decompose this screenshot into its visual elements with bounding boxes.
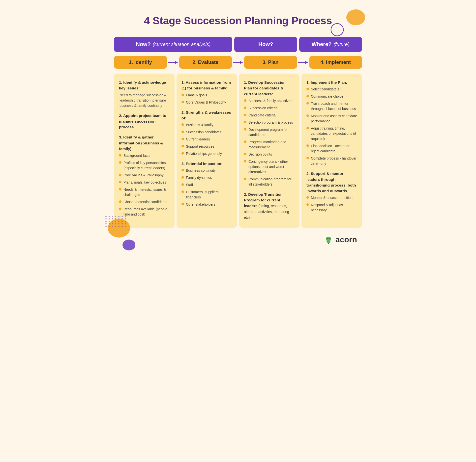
- bullet-dot: [119, 208, 121, 210]
- bullet-dot: [119, 200, 121, 203]
- list-item: Resources available (people, time and co…: [119, 207, 170, 217]
- bullet-dot: [181, 190, 184, 193]
- bullet-dot: [306, 88, 309, 90]
- identify-bullets: Background facts Profiles of key persona…: [119, 153, 170, 217]
- bullet-dot: [119, 174, 121, 176]
- evaluate-heading-3: 3. Potential impact on:: [181, 161, 232, 166]
- implement-heading-2: 2. Support & mentor leaders through tran…: [306, 171, 357, 194]
- bullet-dot: [119, 154, 121, 157]
- list-item: Business & family: [181, 122, 232, 128]
- svg-point-11: [327, 238, 330, 243]
- stage-4: 4. Implement: [309, 56, 362, 69]
- list-item: Monitor & assess transition: [306, 195, 357, 200]
- list-item: Final decision - accept or reject candid…: [306, 143, 357, 154]
- list-item: Candidate criteria: [244, 113, 295, 118]
- svg-point-0: [346, 9, 365, 25]
- content-columns: 1. Identify & acknowledge key issues: Ne…: [114, 74, 362, 228]
- list-item: Select candidate(s): [306, 87, 357, 92]
- list-item: Development program for candidates: [244, 127, 295, 137]
- svg-marker-2: [175, 61, 178, 64]
- bullet-dot: [306, 157, 309, 159]
- bullet-dot: [119, 181, 121, 183]
- list-item: Respond & adjust as necessary: [306, 202, 357, 213]
- implement-heading-1: 1. Implement the Plan:: [306, 80, 357, 85]
- stage-2: 2. Evaluate: [179, 56, 232, 69]
- svg-rect-12: [328, 243, 329, 244]
- acorn-logo: acorn: [114, 235, 362, 244]
- implement-bullets-2: Monitor & assess transition Respond & ad…: [306, 195, 357, 213]
- plan-heading-1: 1. Develop Succession Plan for candidate…: [244, 80, 295, 97]
- list-item: Progress monitoring and measurement: [244, 139, 295, 150]
- bullet-dot: [181, 169, 184, 171]
- bullet-dot: [306, 102, 309, 105]
- list-item: Profiles of key personalities (especiall…: [119, 160, 170, 171]
- bullet-dot: [181, 152, 184, 155]
- phase-now: Now? (current situation analysis): [114, 37, 232, 52]
- arrow-1-2: [167, 59, 179, 65]
- evaluate-bullets-1: Plans & goals Core Values & Philosophy: [181, 93, 232, 105]
- list-item: Customers, suppliers, financiers: [181, 190, 232, 200]
- bullet-dot: [181, 123, 184, 126]
- svg-marker-4: [240, 61, 243, 64]
- arrow-2-3: [232, 59, 244, 65]
- bullet-dot: [244, 140, 246, 143]
- plan-bullets-1: Business & family objectives Succession …: [244, 98, 295, 187]
- bullet-dot: [306, 114, 309, 117]
- bullet-dot: [244, 153, 246, 155]
- list-item: Plans & goals: [181, 93, 232, 98]
- phase-how: How?: [234, 37, 297, 52]
- bullet-dot: [181, 203, 184, 205]
- bullet-dot: [244, 121, 246, 123]
- bullet-dot: [244, 160, 246, 163]
- svg-marker-6: [305, 61, 308, 64]
- bullet-dot: [306, 144, 309, 147]
- list-item: Succession candidates: [181, 130, 232, 135]
- bullet-dot: [244, 178, 246, 180]
- list-item: Background facts: [119, 153, 170, 158]
- list-item: Family dynamics: [181, 175, 232, 180]
- list-item: Support resources: [181, 144, 232, 149]
- phase-now-italic: (current situation analysis): [153, 42, 210, 47]
- bullet-dot: [306, 95, 309, 97]
- bullet-dot: [181, 101, 184, 103]
- blob-circle-outline: [330, 22, 345, 38]
- identify-heading-1: 1. Identify & acknowledge key issues:: [119, 80, 170, 91]
- evaluate-bullets-2: Business & family Succession candidates …: [181, 122, 232, 156]
- list-item: Train, coach and mentor through all face…: [306, 101, 357, 111]
- identify-heading-2: 2. Appoint project team to manage succes…: [119, 113, 170, 130]
- list-item: Staff: [181, 182, 232, 188]
- bullet-dot: [181, 138, 184, 140]
- evaluate-bullets-3: Business continuity Family dynamics Staf…: [181, 168, 232, 207]
- bullet-dot: [181, 145, 184, 147]
- evaluate-heading-1: 1. Assess information from (1) for busin…: [181, 80, 232, 91]
- phase-where-italic: (future): [333, 42, 349, 47]
- evaluate-heading-2: 2. Strengths & weaknesses of:: [181, 109, 232, 121]
- bullet-dot: [119, 161, 121, 164]
- bullet-dot: [306, 127, 309, 129]
- page-wrapper: 4 Stage Succession Planning Process Now?…: [99, 0, 377, 259]
- blob-bottom-purple: [121, 238, 136, 252]
- list-item: Adjust training, timing, candidates or e…: [306, 126, 357, 141]
- list-item: Current leaders: [181, 137, 232, 142]
- list-item: Core Values & Philosophy: [119, 173, 170, 178]
- col-plan: 1. Develop Succession Plan for candidate…: [239, 74, 299, 228]
- list-item: Communication program for all stakeholde…: [244, 177, 295, 187]
- bullet-dot: [244, 107, 246, 109]
- blob-top-right: [345, 7, 367, 27]
- acorn-logo-text: acorn: [335, 235, 357, 244]
- acorn-logo-icon: [324, 235, 333, 244]
- phase-where-label: Where?: [312, 41, 332, 48]
- list-item: Decision points: [244, 152, 295, 157]
- bullet-dot: [244, 114, 246, 116]
- bullet-dot: [244, 128, 246, 131]
- bullet-dot: [181, 94, 184, 96]
- phase-headers: Now? (current situation analysis) How? W…: [114, 37, 362, 52]
- bullet-dot: [181, 176, 184, 179]
- list-item: Needs & interests; issues & challenges: [119, 187, 170, 197]
- list-item: Succession criteria: [244, 106, 295, 111]
- stage-labels: 1. Identify 2. Evaluate 3. Plan 4. Imple…: [114, 56, 362, 69]
- implement-bullets-1: Select candidate(s) Communicate choice T…: [306, 87, 357, 166]
- list-item: Other stakeholders: [181, 202, 232, 207]
- stage-3: 3. Plan: [244, 56, 297, 69]
- bullet-dot: [306, 203, 309, 206]
